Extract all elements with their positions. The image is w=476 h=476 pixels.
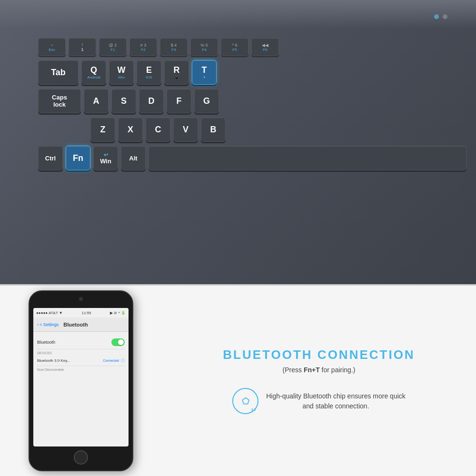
phone-mockup: ●●●●● AT&T ▼ 11:55 ▶ ⊘ * 🔋 ‹ < Settings … [29, 290, 133, 471]
qwerty-row: Tab Q Android W Win E iOS R 📱 T ✦ [38, 60, 466, 85]
phone-time: 11:55 [81, 311, 91, 315]
phone-area: ●●●●● AT&T ▼ 11:55 ▶ ⊘ * 🔋 ‹ < Settings … [0, 286, 162, 476]
phone-content: Bluetooth DEVICES Bluetooth 3.0 Key... C… [33, 332, 129, 375]
phone-home-button[interactable] [74, 450, 88, 465]
phone-back-button[interactable]: ‹ < Settings [37, 322, 59, 327]
key-capslock[interactable]: Caps lock [38, 89, 81, 113]
key-esc[interactable]: ~ Esc [38, 38, 66, 56]
key-g[interactable]: G [194, 89, 219, 113]
key-f[interactable]: F [167, 89, 191, 113]
phone-status-bar: ●●●●● AT&T ▼ 11:55 ▶ ⊘ * 🔋 [33, 308, 129, 317]
bottom-section: ●●●●● AT&T ▼ 11:55 ▶ ⊘ * 🔋 ‹ < Settings … [0, 286, 476, 476]
device-status: Connected [103, 359, 119, 362]
keyboard-body: ~ Esc ! 1 @ 2 F1 # 3 F2 $ 4 F3 % 5 F4 [38, 38, 466, 284]
key-spacebar[interactable] [149, 146, 466, 170]
key-2-f1[interactable]: @ 2 F1 [99, 38, 127, 56]
bluetooth-title: BLUETOOTH CONNECTION [223, 347, 415, 362]
zxcvb-row: Z X C V B [38, 117, 466, 142]
key-a[interactable]: A [84, 89, 109, 113]
pairing-instruction: (Press Fn+T for pairing.) [283, 366, 356, 374]
key-6-f5[interactable]: ^ 6 F5 [221, 38, 248, 56]
key-3-f2[interactable]: # 3 F2 [129, 38, 157, 56]
led-indicators [434, 14, 447, 19]
key-win[interactable]: ↩ Win [93, 146, 118, 170]
phone-nav-title: Bluetooth [63, 322, 88, 327]
bluetooth-toggle[interactable] [111, 338, 125, 346]
fn-key-row: ~ Esc ! 1 @ 2 F1 # 3 F2 $ 4 F3 % 5 F4 [38, 38, 466, 56]
led-gray [443, 14, 447, 19]
key-t[interactable]: T ✦ [192, 60, 217, 85]
key-b[interactable]: B [201, 117, 226, 142]
keyboard-section: ~ Esc ! 1 @ 2 F1 # 3 F2 $ 4 F3 % 5 F4 [0, 0, 476, 286]
phone-nav-bar: ‹ < Settings Bluetooth [33, 317, 129, 332]
key-e[interactable]: E iOS [137, 60, 161, 85]
asdf-row: Caps lock A S D F G [38, 89, 466, 113]
key-c[interactable]: C [146, 117, 170, 142]
devices-label: DEVICES [37, 351, 125, 355]
key-s[interactable]: S [111, 89, 136, 113]
key-z[interactable]: Z [90, 117, 115, 142]
bottom-row: Ctrl Fn ↩ Win Alt [38, 146, 466, 170]
discoverable-label: Now Discoverable [37, 368, 125, 371]
device-name: Bluetooth 3.0 Key... [37, 358, 70, 363]
bt-version: 3.0 [251, 408, 256, 411]
key-f6[interactable]: ◀◀ F6 [251, 38, 279, 56]
key-d[interactable]: D [139, 89, 164, 113]
bluetooth-label: Bluetooth [37, 340, 55, 345]
key-4-f3[interactable]: $ 4 F3 [160, 38, 188, 56]
bluetooth-toggle-row: Bluetooth [37, 336, 125, 349]
bt-feature: ⬠ 3.0 High-quality Bluetooth chip ensure… [232, 388, 406, 414]
phone-camera [79, 297, 83, 301]
phone-screen: ●●●●● AT&T ▼ 11:55 ▶ ⊘ * 🔋 ‹ < Settings … [33, 308, 129, 446]
info-area: BLUETOOTH CONNECTION (Press Fn+T for pai… [162, 286, 476, 476]
key-tab[interactable]: Tab [38, 60, 79, 85]
key-q[interactable]: Q Android [81, 60, 106, 85]
device-row: Bluetooth 3.0 Key... Connected ⓘ [37, 356, 125, 366]
key-v[interactable]: V [173, 117, 198, 142]
led-blue [434, 14, 439, 19]
key-1[interactable]: ! 1 [69, 38, 96, 56]
phone-carrier: ●●●●● AT&T ▼ [36, 311, 63, 315]
key-alt[interactable]: Alt [121, 146, 146, 170]
key-r[interactable]: R 📱 [164, 60, 189, 85]
key-fn[interactable]: Fn [66, 146, 90, 170]
key-x[interactable]: X [118, 117, 143, 142]
key-5-f4[interactable]: % 5 F4 [190, 38, 218, 56]
key-w[interactable]: W Win [109, 60, 134, 85]
bluetooth-logo: ⬠ 3.0 [232, 388, 258, 414]
bt-description: High-quality Bluetooth chip ensures more… [266, 391, 406, 411]
key-ctrl[interactable]: Ctrl [38, 146, 63, 170]
phone-icons: ▶ ⊘ * 🔋 [110, 311, 126, 315]
